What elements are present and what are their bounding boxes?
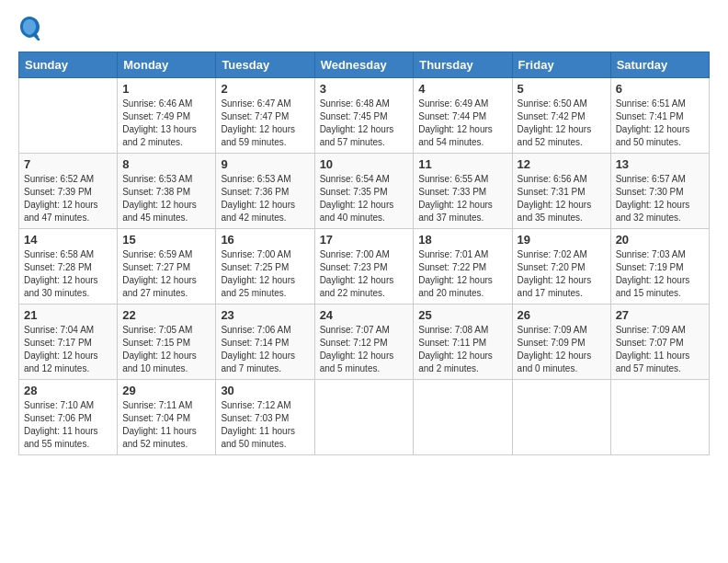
day-header: Tuesday bbox=[216, 52, 314, 78]
day-header: Wednesday bbox=[314, 52, 414, 78]
calendar-header-row: SundayMondayTuesdayWednesdayThursdayFrid… bbox=[19, 52, 710, 78]
day-info: Sunrise: 6:50 AM Sunset: 7:42 PM Dayligh… bbox=[518, 98, 606, 149]
calendar-cell: 17Sunrise: 7:00 AM Sunset: 7:23 PM Dayli… bbox=[314, 229, 414, 304]
day-number: 25 bbox=[418, 308, 506, 322]
day-header: Friday bbox=[512, 52, 610, 78]
calendar-cell: 1Sunrise: 6:46 AM Sunset: 7:49 PM Daylig… bbox=[118, 78, 216, 154]
calendar-cell bbox=[314, 380, 414, 455]
calendar-cell: 12Sunrise: 6:56 AM Sunset: 7:31 PM Dayli… bbox=[512, 154, 610, 229]
day-header: Saturday bbox=[610, 52, 709, 78]
calendar-cell bbox=[512, 380, 610, 455]
day-number: 8 bbox=[122, 157, 210, 171]
day-number: 15 bbox=[122, 233, 210, 247]
calendar-body: 1Sunrise: 6:46 AM Sunset: 7:49 PM Daylig… bbox=[19, 78, 710, 455]
calendar-week-row: 1Sunrise: 6:46 AM Sunset: 7:49 PM Daylig… bbox=[19, 78, 710, 154]
day-info: Sunrise: 7:09 AM Sunset: 7:07 PM Dayligh… bbox=[616, 324, 704, 375]
calendar-cell: 21Sunrise: 7:04 AM Sunset: 7:17 PM Dayli… bbox=[19, 304, 118, 380]
calendar-cell: 15Sunrise: 6:59 AM Sunset: 7:27 PM Dayli… bbox=[118, 229, 216, 304]
day-info: Sunrise: 7:03 AM Sunset: 7:19 PM Dayligh… bbox=[616, 248, 704, 300]
calendar-cell: 6Sunrise: 6:51 AM Sunset: 7:41 PM Daylig… bbox=[610, 78, 709, 154]
day-info: Sunrise: 6:52 AM Sunset: 7:39 PM Dayligh… bbox=[24, 173, 112, 224]
day-header: Monday bbox=[118, 52, 216, 78]
calendar-cell: 10Sunrise: 6:54 AM Sunset: 7:35 PM Dayli… bbox=[314, 154, 414, 229]
calendar-week-row: 14Sunrise: 6:58 AM Sunset: 7:28 PM Dayli… bbox=[19, 229, 710, 304]
day-info: Sunrise: 7:12 AM Sunset: 7:03 PM Dayligh… bbox=[221, 399, 309, 451]
day-info: Sunrise: 7:01 AM Sunset: 7:22 PM Dayligh… bbox=[418, 248, 506, 300]
day-info: Sunrise: 6:56 AM Sunset: 7:31 PM Dayligh… bbox=[518, 173, 606, 224]
calendar-cell: 27Sunrise: 7:09 AM Sunset: 7:07 PM Dayli… bbox=[610, 304, 709, 380]
day-number: 2 bbox=[221, 82, 309, 96]
day-number: 10 bbox=[320, 157, 409, 171]
day-info: Sunrise: 7:07 AM Sunset: 7:12 PM Dayligh… bbox=[320, 324, 409, 375]
day-number: 5 bbox=[518, 82, 606, 96]
day-info: Sunrise: 7:00 AM Sunset: 7:25 PM Dayligh… bbox=[221, 248, 309, 300]
day-info: Sunrise: 7:06 AM Sunset: 7:14 PM Dayligh… bbox=[221, 324, 309, 375]
day-number: 19 bbox=[518, 233, 606, 247]
calendar-cell bbox=[414, 380, 512, 455]
day-number: 29 bbox=[122, 384, 210, 397]
calendar-cell: 30Sunrise: 7:12 AM Sunset: 7:03 PM Dayli… bbox=[216, 380, 314, 455]
day-info: Sunrise: 6:58 AM Sunset: 7:28 PM Dayligh… bbox=[24, 248, 112, 300]
day-info: Sunrise: 7:11 AM Sunset: 7:04 PM Dayligh… bbox=[122, 399, 210, 451]
day-number: 7 bbox=[24, 157, 112, 171]
day-info: Sunrise: 6:59 AM Sunset: 7:27 PM Dayligh… bbox=[122, 248, 210, 300]
calendar-cell: 7Sunrise: 6:52 AM Sunset: 7:39 PM Daylig… bbox=[19, 154, 118, 229]
day-number: 22 bbox=[122, 308, 210, 322]
day-number: 26 bbox=[518, 308, 606, 322]
calendar-cell: 16Sunrise: 7:00 AM Sunset: 7:25 PM Dayli… bbox=[216, 229, 314, 304]
calendar-cell: 8Sunrise: 6:53 AM Sunset: 7:38 PM Daylig… bbox=[118, 154, 216, 229]
calendar-cell: 13Sunrise: 6:57 AM Sunset: 7:30 PM Dayli… bbox=[610, 154, 709, 229]
calendar-cell bbox=[610, 380, 709, 455]
day-info: Sunrise: 6:47 AM Sunset: 7:47 PM Dayligh… bbox=[221, 98, 309, 149]
day-info: Sunrise: 7:10 AM Sunset: 7:06 PM Dayligh… bbox=[24, 399, 112, 451]
day-info: Sunrise: 6:51 AM Sunset: 7:41 PM Dayligh… bbox=[616, 98, 704, 149]
day-info: Sunrise: 6:53 AM Sunset: 7:36 PM Dayligh… bbox=[221, 173, 309, 224]
day-number: 20 bbox=[616, 233, 704, 247]
day-info: Sunrise: 7:09 AM Sunset: 7:09 PM Dayligh… bbox=[518, 324, 606, 375]
calendar-week-row: 7Sunrise: 6:52 AM Sunset: 7:39 PM Daylig… bbox=[19, 154, 710, 229]
calendar-cell: 11Sunrise: 6:55 AM Sunset: 7:33 PM Dayli… bbox=[414, 154, 512, 229]
day-number: 9 bbox=[221, 157, 309, 171]
day-number: 12 bbox=[518, 157, 606, 171]
page-header bbox=[18, 15, 710, 40]
calendar-table: SundayMondayTuesdayWednesdayThursdayFrid… bbox=[18, 52, 710, 455]
calendar-cell: 3Sunrise: 6:48 AM Sunset: 7:45 PM Daylig… bbox=[314, 78, 414, 154]
day-number: 4 bbox=[418, 82, 506, 96]
day-number: 30 bbox=[221, 384, 309, 397]
day-info: Sunrise: 7:05 AM Sunset: 7:15 PM Dayligh… bbox=[122, 324, 210, 375]
day-number: 13 bbox=[616, 157, 704, 171]
calendar-cell: 5Sunrise: 6:50 AM Sunset: 7:42 PM Daylig… bbox=[512, 78, 610, 154]
day-number: 23 bbox=[221, 308, 309, 322]
day-info: Sunrise: 7:00 AM Sunset: 7:23 PM Dayligh… bbox=[320, 248, 409, 300]
calendar-cell: 18Sunrise: 7:01 AM Sunset: 7:22 PM Dayli… bbox=[414, 229, 512, 304]
calendar-cell: 24Sunrise: 7:07 AM Sunset: 7:12 PM Dayli… bbox=[314, 304, 414, 380]
calendar-cell bbox=[19, 78, 118, 154]
calendar-cell: 14Sunrise: 6:58 AM Sunset: 7:28 PM Dayli… bbox=[19, 229, 118, 304]
day-number: 3 bbox=[320, 82, 409, 96]
day-info: Sunrise: 7:04 AM Sunset: 7:17 PM Dayligh… bbox=[24, 324, 112, 375]
day-info: Sunrise: 6:48 AM Sunset: 7:45 PM Dayligh… bbox=[320, 98, 409, 149]
day-info: Sunrise: 6:49 AM Sunset: 7:44 PM Dayligh… bbox=[418, 98, 506, 149]
day-number: 18 bbox=[418, 233, 506, 247]
day-info: Sunrise: 6:53 AM Sunset: 7:38 PM Dayligh… bbox=[122, 173, 210, 224]
calendar-cell: 9Sunrise: 6:53 AM Sunset: 7:36 PM Daylig… bbox=[216, 154, 314, 229]
calendar-week-row: 21Sunrise: 7:04 AM Sunset: 7:17 PM Dayli… bbox=[19, 304, 710, 380]
calendar-cell: 19Sunrise: 7:02 AM Sunset: 7:20 PM Dayli… bbox=[512, 229, 610, 304]
day-info: Sunrise: 6:55 AM Sunset: 7:33 PM Dayligh… bbox=[418, 173, 506, 224]
calendar-cell: 23Sunrise: 7:06 AM Sunset: 7:14 PM Dayli… bbox=[216, 304, 314, 380]
day-number: 17 bbox=[320, 233, 409, 247]
logo-icon bbox=[18, 15, 40, 40]
calendar-cell: 29Sunrise: 7:11 AM Sunset: 7:04 PM Dayli… bbox=[118, 380, 216, 455]
calendar-cell: 2Sunrise: 6:47 AM Sunset: 7:47 PM Daylig… bbox=[216, 78, 314, 154]
calendar-cell: 22Sunrise: 7:05 AM Sunset: 7:15 PM Dayli… bbox=[118, 304, 216, 380]
day-number: 27 bbox=[616, 308, 704, 322]
day-info: Sunrise: 7:08 AM Sunset: 7:11 PM Dayligh… bbox=[418, 324, 506, 375]
day-number: 14 bbox=[24, 233, 112, 247]
calendar-cell: 26Sunrise: 7:09 AM Sunset: 7:09 PM Dayli… bbox=[512, 304, 610, 380]
calendar-cell: 28Sunrise: 7:10 AM Sunset: 7:06 PM Dayli… bbox=[19, 380, 118, 455]
day-info: Sunrise: 6:54 AM Sunset: 7:35 PM Dayligh… bbox=[320, 173, 409, 224]
day-info: Sunrise: 7:02 AM Sunset: 7:20 PM Dayligh… bbox=[518, 248, 606, 300]
day-number: 21 bbox=[24, 308, 112, 322]
calendar-cell: 20Sunrise: 7:03 AM Sunset: 7:19 PM Dayli… bbox=[610, 229, 709, 304]
day-number: 11 bbox=[418, 157, 506, 171]
